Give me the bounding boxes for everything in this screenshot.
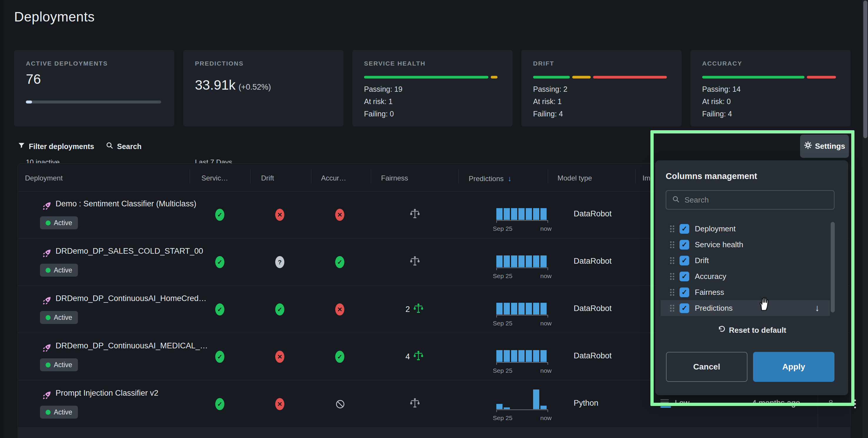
sparkline-bar xyxy=(526,303,532,315)
status-badge-label: Active xyxy=(54,408,72,416)
drag-handle-icon[interactable] xyxy=(670,257,674,264)
column-header-label: Fairness xyxy=(381,174,408,182)
drag-handle-icon[interactable] xyxy=(670,305,674,312)
drag-handle-icon[interactable] xyxy=(670,289,674,296)
fairness-scale-icon xyxy=(412,350,424,363)
filter-deployments-button[interactable]: Filter deployments xyxy=(18,140,94,153)
column-item-label: Service health xyxy=(695,240,743,249)
column-header-drift[interactable]: Drift xyxy=(261,174,274,182)
column-header-im[interactable]: Im xyxy=(643,174,650,182)
column-header-fairness[interactable]: Fairness xyxy=(381,174,408,182)
card-predictions: PREDICTIONS33.91k(+0.52%)Last 7 Days xyxy=(183,50,343,126)
drag-handle-icon[interactable] xyxy=(670,241,674,248)
column-checkbox[interactable]: ✓ xyxy=(680,224,689,234)
sparkline-bar xyxy=(533,303,539,315)
model-type: DataRobot xyxy=(574,257,612,266)
column-header-label: Drift xyxy=(261,174,274,182)
cancel-button[interactable]: Cancel xyxy=(666,352,747,382)
rocket-icon xyxy=(42,201,52,212)
columns-management-popup: Columns management ✓Deployment✓Service h… xyxy=(655,160,848,395)
column-header-servic-[interactable]: Servic… xyxy=(202,174,228,182)
card-value: 76 xyxy=(26,71,41,87)
sparkline-bar xyxy=(496,255,502,267)
deployment-name: DRDemo_DP_ContinuousAI_HomeCred… xyxy=(56,294,207,303)
column-item-accuracy[interactable]: ✓Accuracy xyxy=(661,269,830,284)
apply-button[interactable]: Apply xyxy=(753,352,835,382)
column-item-drift[interactable]: ✓Drift xyxy=(661,252,830,269)
predictions-sparkline: Sep 25now xyxy=(496,290,548,327)
sparkline-to-label: now xyxy=(540,273,552,280)
fairness-cell xyxy=(397,398,433,410)
drift-status-icon-unknown: ? xyxy=(275,256,284,268)
card-stat-line: At risk: 1 xyxy=(533,95,567,107)
accuracy-disabled-icon xyxy=(335,399,345,410)
table-search-button[interactable]: Search xyxy=(106,140,142,153)
accuracy-status-icon-fail: ✕ xyxy=(335,209,344,221)
predictions-sparkline: Sep 25now xyxy=(496,196,548,232)
settings-button[interactable]: Settings xyxy=(800,135,849,158)
column-header-deployment[interactable]: Deployment xyxy=(25,174,63,182)
column-checkbox[interactable]: ✓ xyxy=(680,287,689,297)
card-drift: DRIFTPassing: 2At risk: 1Failing: 4 xyxy=(521,50,682,126)
column-header-model-type[interactable]: Model type xyxy=(558,174,592,182)
row-actions-kebab[interactable] xyxy=(849,397,861,411)
search-label: Search xyxy=(117,142,142,151)
sparkline-bar xyxy=(504,303,510,315)
reset-label: Reset to default xyxy=(729,326,786,335)
health-segment xyxy=(593,76,667,79)
sparkline-axis-bracket xyxy=(496,268,548,270)
service-health-status-icon-pass: ✓ xyxy=(215,303,224,315)
page-scrollbar-thumb[interactable] xyxy=(863,1,867,138)
column-header-label: Deployment xyxy=(25,174,63,182)
rocket-icon xyxy=(42,248,52,259)
deployment-name: DRDemo_DP_ContinuousAI_MEDICAL_… xyxy=(56,341,208,350)
column-divider xyxy=(311,169,311,183)
page-scrollbar[interactable] xyxy=(863,0,868,438)
filter-label: Filter deployments xyxy=(29,142,94,151)
column-checkbox[interactable]: ✓ xyxy=(680,240,689,250)
sparkline-to-label: now xyxy=(540,320,552,327)
sparkline-bars xyxy=(496,294,548,315)
fairness-scale-icon xyxy=(409,255,421,269)
status-badge: Active xyxy=(40,216,78,229)
column-checkbox[interactable]: ✓ xyxy=(680,303,689,313)
sparkline-bar xyxy=(511,255,517,267)
card-stats: Passing: 2At risk: 1Failing: 4 xyxy=(533,83,567,120)
status-badge-label: Active xyxy=(54,314,72,321)
column-divider xyxy=(636,169,636,183)
card-stats: Passing: 14At risk: 0Failing: 4 xyxy=(702,83,741,120)
sparkline-bar xyxy=(533,255,539,267)
column-header-label: Model type xyxy=(558,174,592,182)
service-health-status-icon-pass: ✓ xyxy=(215,351,224,363)
column-header-predictions[interactable]: Predictions↓ xyxy=(469,174,512,183)
predictions-sparkline: Sep 25now xyxy=(496,338,548,374)
sparkline-bars xyxy=(496,342,548,362)
status-badge-label: Active xyxy=(54,219,72,227)
status-badge-label: Active xyxy=(54,361,72,369)
column-checkbox[interactable]: ✓ xyxy=(680,272,689,281)
column-item-predictions[interactable]: ✓Predictions↓ xyxy=(661,300,830,316)
sparkline-bars xyxy=(496,247,548,267)
rocket-icon xyxy=(42,296,52,307)
popup-search-field[interactable] xyxy=(666,190,835,210)
sparkline-bar xyxy=(533,389,539,409)
health-segment xyxy=(572,76,591,79)
reset-to-default-button[interactable]: Reset to default xyxy=(656,323,848,337)
drag-handle-icon[interactable] xyxy=(670,273,674,280)
reset-icon xyxy=(718,325,725,335)
column-item-deployment[interactable]: ✓Deployment xyxy=(661,221,830,237)
service-health-status-icon-pass: ✓ xyxy=(215,209,224,221)
column-checkbox[interactable]: ✓ xyxy=(680,256,689,265)
column-item-service-health[interactable]: ✓Service health xyxy=(661,237,830,252)
popup-search-input[interactable] xyxy=(684,195,828,205)
drag-handle-icon[interactable] xyxy=(670,225,674,232)
column-item-fairness[interactable]: ✓Fairness xyxy=(661,284,830,300)
active-dot xyxy=(45,268,51,273)
sparkline-bar xyxy=(540,255,547,267)
card-active-deployments: ACTIVE DEPLOYMENTS7610 inactive xyxy=(14,50,174,126)
health-segment-bar xyxy=(702,76,836,79)
column-header-accur-[interactable]: Accur… xyxy=(321,174,346,182)
drift-status-icon-fail: ✕ xyxy=(275,351,284,363)
deployment-name: Demo : Sentiment Classifier (Multiclass) xyxy=(56,199,196,209)
popup-scrollbar-thumb[interactable] xyxy=(831,222,835,312)
